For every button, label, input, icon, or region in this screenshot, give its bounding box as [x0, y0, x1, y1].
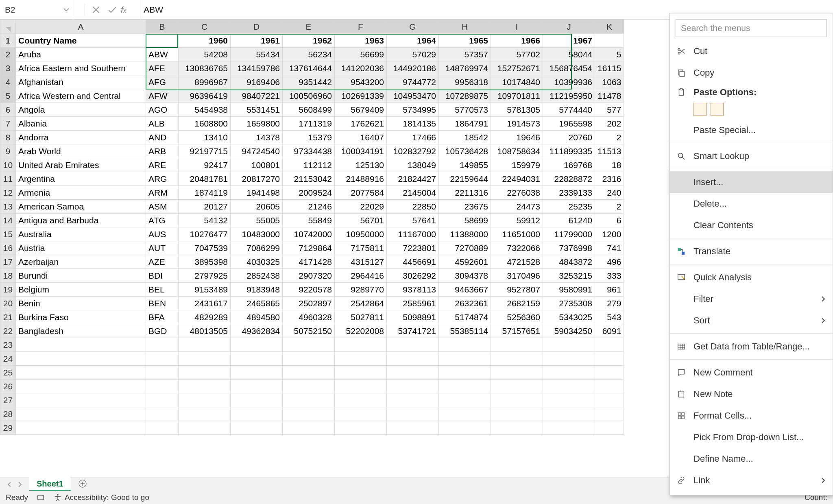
cell-I20[interactable]: 2682159 [491, 297, 543, 310]
cell-B15[interactable]: AUS [146, 227, 179, 241]
cell-I15[interactable]: 11651000 [491, 227, 543, 241]
cell-B6[interactable]: AGO [146, 103, 179, 117]
cell-C17[interactable]: 3895398 [179, 255, 231, 269]
cell-K23[interactable] [595, 338, 624, 352]
cell-K1[interactable] [595, 34, 624, 48]
cell-K11[interactable]: 2316 [595, 172, 624, 186]
cell-A27[interactable] [16, 393, 146, 407]
cell-B18[interactable]: BDI [146, 269, 179, 283]
cell-E14[interactable]: 55849 [283, 214, 335, 227]
cell-K25[interactable] [595, 366, 624, 380]
cell-I26[interactable] [491, 380, 543, 393]
cell-K17[interactable]: 496 [595, 255, 624, 269]
cell-E24[interactable] [283, 352, 335, 366]
cell-G5[interactable]: 104953470 [387, 89, 439, 103]
name-box[interactable]: B2 [5, 5, 63, 15]
cell-D22[interactable]: 49362834 [231, 324, 283, 338]
cell-C14[interactable]: 54132 [179, 214, 231, 227]
cell-B28[interactable] [146, 407, 179, 421]
cell-B24[interactable] [146, 352, 179, 366]
cell-D29[interactable] [231, 421, 283, 435]
cell-E5[interactable]: 100506960 [283, 89, 335, 103]
row-header-22[interactable]: 22 [0, 324, 16, 338]
cell-A15[interactable]: Australia [16, 227, 146, 241]
add-sheet-button[interactable] [78, 479, 87, 490]
cell-F13[interactable]: 22029 [335, 200, 387, 214]
cell-I27[interactable] [491, 393, 543, 407]
cell-A23[interactable] [16, 338, 146, 352]
cell-I25[interactable] [491, 366, 543, 380]
cell-H6[interactable]: 5770573 [439, 103, 491, 117]
row-header-21[interactable]: 21 [0, 310, 16, 324]
cell-E29[interactable] [283, 421, 335, 435]
cell-I13[interactable]: 24473 [491, 200, 543, 214]
cell-E20[interactable]: 2502897 [283, 297, 335, 310]
cell-C26[interactable] [179, 380, 231, 393]
cell-G22[interactable]: 53741721 [387, 324, 439, 338]
cell-J22[interactable]: 59034250 [543, 324, 595, 338]
cell-F4[interactable]: 9543200 [335, 75, 387, 89]
cell-B13[interactable]: ASM [146, 200, 179, 214]
cell-K26[interactable] [595, 380, 624, 393]
cell-F6[interactable]: 5679409 [335, 103, 387, 117]
cell-B17[interactable]: AZE [146, 255, 179, 269]
cell-G18[interactable]: 3026292 [387, 269, 439, 283]
cell-G10[interactable]: 138049 [387, 158, 439, 172]
tab-next-icon[interactable] [17, 482, 23, 487]
cell-D25[interactable] [231, 366, 283, 380]
col-header-F[interactable]: F [335, 20, 387, 34]
cell-H11[interactable]: 22159644 [439, 172, 491, 186]
menu-filter[interactable]: Filter [670, 288, 833, 310]
menu-link[interactable]: Link [670, 469, 833, 491]
cell-G23[interactable] [387, 338, 439, 352]
cell-A10[interactable]: United Arab Emirates [16, 158, 146, 172]
cell-I11[interactable]: 22494031 [491, 172, 543, 186]
cell-A13[interactable]: American Samoa [16, 200, 146, 214]
cell-G24[interactable] [387, 352, 439, 366]
cell-H8[interactable]: 18542 [439, 131, 491, 144]
cell-B12[interactable]: ARM [146, 186, 179, 200]
cell-G17[interactable]: 4456691 [387, 255, 439, 269]
cell-K12[interactable]: 240 [595, 186, 624, 200]
cell-G26[interactable] [387, 380, 439, 393]
cell-H19[interactable]: 9463667 [439, 283, 491, 297]
cell-C12[interactable]: 1874119 [179, 186, 231, 200]
menu-insert[interactable]: Insert... [670, 171, 833, 193]
col-header-C[interactable]: C [179, 20, 231, 34]
name-box-wrap[interactable]: B2 [0, 0, 73, 20]
cell-J5[interactable]: 112195950 [543, 89, 595, 103]
paste-option-2[interactable] [711, 103, 724, 116]
cell-J21[interactable]: 5343025 [543, 310, 595, 324]
cell-D27[interactable] [231, 393, 283, 407]
cell-F8[interactable]: 16407 [335, 131, 387, 144]
cell-B22[interactable]: BGD [146, 324, 179, 338]
cell-I24[interactable] [491, 352, 543, 366]
row-header-5[interactable]: 5 [0, 89, 16, 103]
cell-A28[interactable] [16, 407, 146, 421]
cell-B20[interactable]: BEN [146, 297, 179, 310]
cell-J11[interactable]: 22828872 [543, 172, 595, 186]
cell-J4[interactable]: 10399936 [543, 75, 595, 89]
cell-I3[interactable]: 152752671 [491, 61, 543, 75]
row-header-17[interactable]: 17 [0, 255, 16, 269]
cell-I22[interactable]: 57157651 [491, 324, 543, 338]
cell-F7[interactable]: 1762621 [335, 117, 387, 131]
row-header-10[interactable]: 10 [0, 158, 16, 172]
cell-H10[interactable]: 149855 [439, 158, 491, 172]
cell-A5[interactable]: Africa Western and Central [16, 89, 146, 103]
cell-D11[interactable]: 20817270 [231, 172, 283, 186]
cell-B10[interactable]: ARE [146, 158, 179, 172]
cell-F15[interactable]: 10950000 [335, 227, 387, 241]
cell-C29[interactable] [179, 421, 231, 435]
cell-I4[interactable]: 10174840 [491, 75, 543, 89]
cell-D19[interactable]: 9183948 [231, 283, 283, 297]
menu-new-note[interactable]: New Note [670, 383, 833, 405]
accessibility-status[interactable]: Accessibility: Good to go [53, 493, 149, 502]
cell-G25[interactable] [387, 366, 439, 380]
cell-I5[interactable]: 109701811 [491, 89, 543, 103]
row-header-27[interactable]: 27 [0, 393, 16, 407]
cell-J24[interactable] [543, 352, 595, 366]
cell-J25[interactable] [543, 366, 595, 380]
cell-G19[interactable]: 9378113 [387, 283, 439, 297]
cell-I23[interactable] [491, 338, 543, 352]
